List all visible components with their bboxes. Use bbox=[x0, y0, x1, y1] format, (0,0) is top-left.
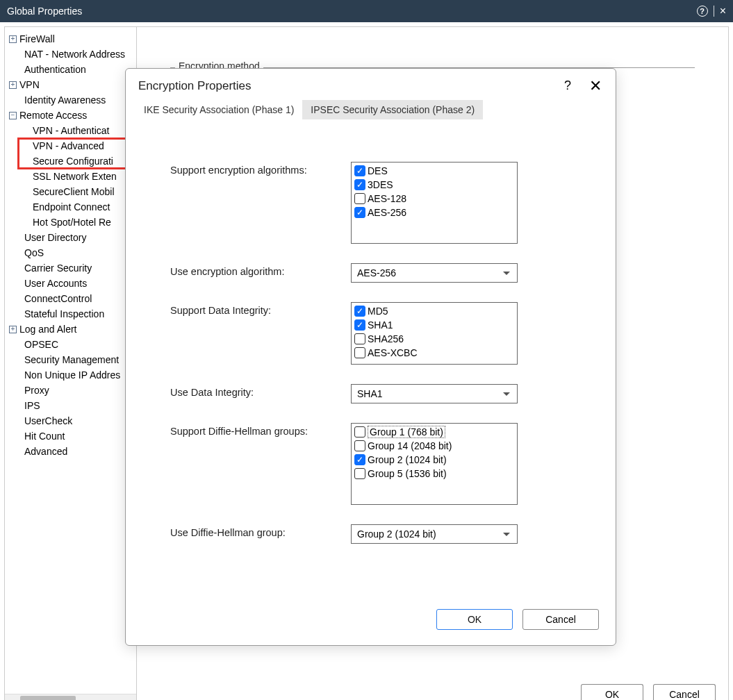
list-item[interactable]: Group 1 (768 bit) bbox=[352, 425, 517, 439]
tree-item-hotspot[interactable]: Hot Spot/Hotel Re bbox=[5, 215, 136, 230]
checkbox-icon[interactable] bbox=[354, 333, 365, 344]
select-use-encryption[interactable]: AES-256 bbox=[351, 263, 518, 283]
list-item[interactable]: ✓ SHA1 bbox=[352, 318, 517, 332]
list-item[interactable]: ✓ DES bbox=[352, 164, 517, 178]
list-item[interactable]: ✓ 3DES bbox=[352, 178, 517, 192]
tree-item-opsec[interactable]: OPSEC bbox=[5, 337, 136, 352]
expand-icon[interactable]: + bbox=[9, 35, 17, 43]
tree-item-carrier[interactable]: Carrier Security bbox=[5, 260, 136, 276]
list-item[interactable]: ✓ AES-256 bbox=[352, 206, 517, 219]
row-use-encryption: Use encryption algorithm: AES-256 bbox=[170, 263, 588, 283]
checkbox-icon[interactable] bbox=[354, 347, 365, 358]
tree-item-vpn[interactable]: + VPN bbox=[5, 77, 136, 92]
titlebar-divider bbox=[714, 6, 714, 17]
listbox-encryption-algorithms[interactable]: ✓ DES ✓ 3DES AES-128 ✓ AES-256 bbox=[351, 162, 518, 244]
tree-item-identity[interactable]: Identity Awareness bbox=[5, 92, 136, 108]
encryption-properties-dialog: Encryption Properties ? ✕ IKE Security A… bbox=[125, 68, 616, 646]
checkbox-icon[interactable] bbox=[354, 193, 365, 204]
row-support-encryption: Support encryption algorithms: ✓ DES ✓ 3… bbox=[170, 162, 588, 244]
list-item[interactable]: ✓ Group 2 (1024 bit) bbox=[352, 453, 517, 467]
tree-item-qos[interactable]: QoS bbox=[5, 245, 136, 260]
label-use-integrity: Use Data Integrity: bbox=[170, 384, 351, 398]
item-label: AES-256 bbox=[368, 207, 406, 218]
window-title: Global Properties bbox=[7, 6, 82, 17]
tree-item-ssl-network[interactable]: SSL Network Exten bbox=[5, 169, 136, 184]
dialog-title: Encryption Properties bbox=[138, 79, 252, 93]
item-label: AES-XCBC bbox=[368, 347, 418, 358]
dialog-help-icon[interactable]: ? bbox=[564, 78, 571, 93]
expand-icon[interactable]: + bbox=[9, 326, 17, 333]
tree-item-nat[interactable]: NAT - Network Address bbox=[5, 47, 136, 62]
tab-phase2[interactable]: IPSEC Security Association (Phase 2) bbox=[302, 100, 483, 119]
collapse-icon[interactable]: − bbox=[9, 112, 17, 119]
tree-item-endpoint[interactable]: Endpoint Connect bbox=[5, 199, 136, 215]
row-use-dh: Use Diffie-Hellman group: Group 2 (1024 … bbox=[170, 524, 588, 544]
checkbox-icon[interactable] bbox=[354, 440, 365, 451]
row-use-integrity: Use Data Integrity: SHA1 bbox=[170, 384, 588, 403]
checkbox-icon[interactable] bbox=[354, 468, 365, 479]
item-label: Group 2 (1024 bit) bbox=[368, 454, 447, 465]
select-use-integrity[interactable]: SHA1 bbox=[351, 384, 518, 403]
tree-item-remote-access[interactable]: − Remote Access bbox=[5, 108, 136, 123]
tree-item-authentication[interactable]: Authentication bbox=[5, 62, 136, 77]
help-icon[interactable]: ? bbox=[697, 6, 708, 17]
tree-item-user-directory[interactable]: User Directory bbox=[5, 230, 136, 245]
nav-tree: + FireWall NAT - Network Address Authent… bbox=[5, 31, 136, 694]
checkbox-icon[interactable]: ✓ bbox=[354, 319, 365, 331]
dialog-form: Support encryption algorithms: ✓ DES ✓ 3… bbox=[126, 127, 616, 602]
expand-icon[interactable]: + bbox=[9, 81, 17, 89]
tree-item-firewall[interactable]: + FireWall bbox=[5, 31, 136, 47]
tree-item-hitcount[interactable]: Hit Count bbox=[5, 428, 136, 444]
list-item[interactable]: AES-XCBC bbox=[352, 346, 517, 360]
cancel-button[interactable]: Cancel bbox=[522, 609, 599, 630]
tree-item-log-alert[interactable]: + Log and Alert bbox=[5, 322, 136, 337]
list-item[interactable]: ✓ MD5 bbox=[352, 304, 517, 318]
list-item[interactable]: SHA256 bbox=[352, 332, 517, 346]
checkbox-icon[interactable]: ✓ bbox=[354, 207, 365, 218]
tree-item-secure-config[interactable]: Secure Configurati bbox=[5, 153, 136, 169]
label-use-encryption: Use encryption algorithm: bbox=[170, 263, 351, 277]
listbox-dh-groups[interactable]: Group 1 (768 bit) Group 14 (2048 bit) ✓ … bbox=[351, 423, 518, 505]
tree-item-non-unique[interactable]: Non Unique IP Addres bbox=[5, 367, 136, 383]
dialog-close-icon[interactable]: ✕ bbox=[589, 80, 602, 92]
tree-item-vpn-auth[interactable]: VPN - Authenticat bbox=[5, 123, 136, 138]
close-icon[interactable]: × bbox=[720, 5, 726, 17]
bg-ok-button[interactable]: OK bbox=[581, 684, 643, 700]
bg-cancel-button[interactable]: Cancel bbox=[653, 684, 716, 700]
checkbox-icon[interactable]: ✓ bbox=[354, 306, 365, 317]
tree-item-user-accounts[interactable]: User Accounts bbox=[5, 276, 136, 291]
tree-item-stateful[interactable]: Stateful Inspection bbox=[5, 306, 136, 322]
tree-item-secureclient[interactable]: SecureClient Mobil bbox=[5, 184, 136, 199]
select-value: SHA1 bbox=[357, 388, 383, 399]
tree-item-advanced[interactable]: Advanced bbox=[5, 444, 136, 459]
list-item[interactable]: AES-128 bbox=[352, 192, 517, 206]
row-support-dh: Support Diffie-Hellman groups: Group 1 (… bbox=[170, 423, 588, 505]
chevron-down-icon bbox=[503, 392, 510, 396]
background-buttons: OK Cancel bbox=[581, 684, 716, 700]
tree-item-proxy[interactable]: Proxy bbox=[5, 383, 136, 398]
checkbox-icon[interactable]: ✓ bbox=[354, 165, 365, 176]
listbox-integrity-algorithms[interactable]: ✓ MD5 ✓ SHA1 SHA256 AES-XCBC bbox=[351, 302, 518, 365]
item-label: Group 14 (2048 bit) bbox=[368, 440, 452, 451]
checkbox-icon[interactable]: ✓ bbox=[354, 454, 365, 465]
item-label: 3DES bbox=[368, 179, 393, 190]
checkbox-icon[interactable]: ✓ bbox=[354, 179, 365, 190]
checkbox-icon[interactable] bbox=[354, 426, 365, 438]
titlebar: Global Properties ? × bbox=[0, 0, 733, 22]
item-label: Group 5 (1536 bit) bbox=[368, 468, 447, 479]
item-label: AES-128 bbox=[368, 193, 406, 204]
list-item[interactable]: Group 5 (1536 bit) bbox=[352, 467, 517, 481]
tab-phase1[interactable]: IKE Security Association (Phase 1) bbox=[135, 100, 302, 119]
tree-item-ips[interactable]: IPS bbox=[5, 398, 136, 413]
tree-item-connect-control[interactable]: ConnectControl bbox=[5, 291, 136, 306]
ok-button[interactable]: OK bbox=[436, 609, 513, 630]
tree-item-vpn-advanced[interactable]: VPN - Advanced bbox=[5, 138, 136, 153]
chevron-down-icon bbox=[503, 533, 510, 536]
scrollbar-thumb[interactable] bbox=[20, 696, 76, 700]
horizontal-scrollbar[interactable] bbox=[5, 694, 136, 700]
select-use-dh[interactable]: Group 2 (1024 bit) bbox=[351, 524, 518, 544]
list-item[interactable]: Group 14 (2048 bit) bbox=[352, 439, 517, 453]
tree-item-security-mgmt[interactable]: Security Management bbox=[5, 352, 136, 367]
label-support-encryption: Support encryption algorithms: bbox=[170, 162, 351, 176]
tree-item-usercheck[interactable]: UserCheck bbox=[5, 413, 136, 428]
